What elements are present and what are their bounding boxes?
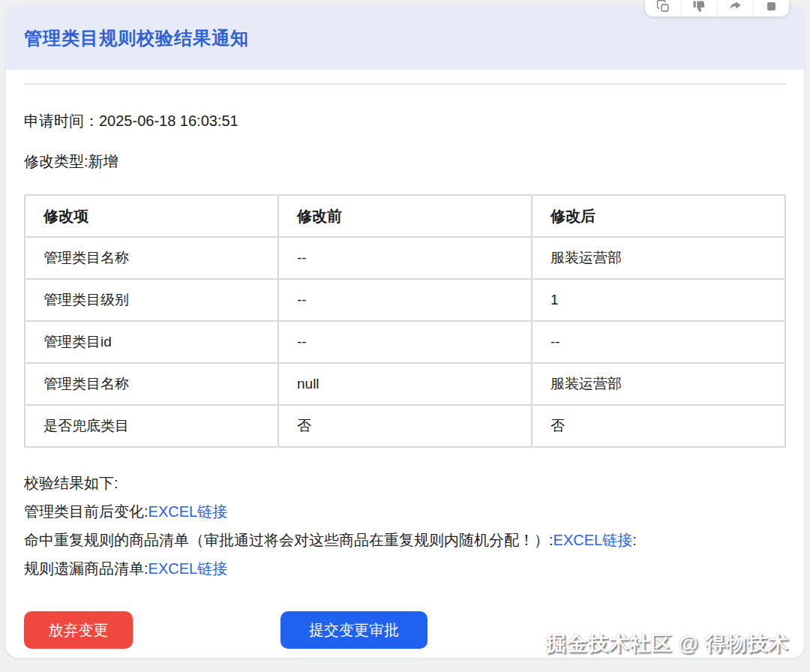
results-line-change: 管理类目前后变化:EXCEL链接	[24, 497, 786, 526]
cell-item: 管理类目名称	[25, 237, 278, 279]
results-heading: 校验结果如下:	[24, 469, 786, 497]
card-body: 申请时间：2025-06-18 16:03:51 修改类型:新增 修改项 修改前…	[6, 83, 804, 649]
table-header-row: 修改项 修改前 修改后	[25, 195, 785, 237]
results-line-duplicate: 命中重复规则的商品清单（审批通过将会对这些商品在重复规则内随机分配！）:EXCE…	[24, 526, 786, 554]
results-line2-label: 命中重复规则的商品清单（审批通过将会对这些商品在重复规则内随机分配！）:	[24, 532, 554, 548]
modify-type-line: 修改类型:新增	[24, 152, 786, 172]
table-row: 管理类目名称 null 服装运营部	[25, 363, 785, 405]
apply-time-line: 申请时间：2025-06-18 16:03:51	[24, 111, 786, 131]
more-button[interactable]	[753, 0, 789, 16]
cell-after: 1	[532, 279, 785, 321]
share-icon	[728, 0, 742, 14]
cell-item: 管理类目id	[25, 321, 278, 363]
cell-before: --	[278, 321, 532, 363]
apply-time-label: 申请时间：	[24, 112, 99, 129]
results-line3-label: 规则遗漏商品清单:	[24, 560, 148, 577]
notification-card: 管理类目规则校验结果通知 申请时间：2025-06-18 16:03:51 修改…	[6, 6, 804, 658]
page-title: 管理类目规则校验结果通知	[24, 26, 249, 50]
thumbs-down-button[interactable]	[681, 0, 717, 16]
cell-before: --	[278, 237, 532, 279]
cell-item: 管理类目名称	[25, 363, 278, 405]
results-line-missed: 规则遗漏商品清单:EXCEL链接	[24, 554, 786, 583]
square-icon	[764, 0, 778, 14]
share-button[interactable]	[717, 0, 753, 16]
validation-results: 校验结果如下: 管理类目前后变化:EXCEL链接 命中重复规则的商品清单（审批通…	[24, 469, 786, 583]
header-divider	[24, 83, 786, 85]
cell-after: 否	[532, 405, 785, 447]
column-header-before: 修改前	[278, 195, 532, 237]
copy-button[interactable]	[645, 0, 681, 16]
cell-after: 服装运营部	[532, 237, 785, 279]
excel-link-duplicate-rules[interactable]: EXCEL链接	[554, 532, 633, 548]
table-row: 是否兜底类目 否 否	[25, 405, 785, 447]
results-line2-suffix: :	[632, 532, 637, 548]
cell-before: 否	[278, 405, 532, 447]
cell-before: null	[278, 363, 532, 405]
table-row: 管理类目名称 -- 服装运营部	[25, 237, 785, 279]
cell-item: 管理类目级别	[25, 279, 278, 321]
action-buttons: 放弃变更 提交变更审批	[24, 611, 786, 649]
cell-after: --	[532, 321, 785, 363]
cell-item: 是否兜底类目	[25, 405, 278, 447]
results-line1-label: 管理类目前后变化:	[24, 503, 148, 520]
cell-before: --	[278, 279, 532, 321]
cell-after: 服装运营部	[532, 363, 785, 405]
table-row: 管理类目id -- --	[25, 321, 785, 363]
changes-table: 修改项 修改前 修改后 管理类目名称 -- 服装运营部 管理类目级别 -- 1 …	[24, 194, 786, 448]
modify-type-value: 新增	[88, 153, 118, 170]
thumbs-down-icon	[692, 0, 706, 14]
submit-approval-button[interactable]: 提交变更审批	[280, 611, 428, 649]
column-header-item: 修改项	[25, 195, 278, 237]
discard-change-button[interactable]: 放弃变更	[24, 611, 133, 649]
apply-time-value: 2025-06-18 16:03:51	[99, 112, 238, 129]
column-header-after: 修改后	[532, 195, 785, 237]
message-toolbar	[645, 0, 789, 16]
excel-link-missed-products[interactable]: EXCEL链接	[148, 560, 228, 577]
table-row: 管理类目级别 -- 1	[25, 279, 785, 321]
excel-link-category-change[interactable]: EXCEL链接	[148, 503, 228, 520]
modify-type-label: 修改类型:	[24, 153, 88, 170]
copy-icon	[656, 0, 670, 14]
